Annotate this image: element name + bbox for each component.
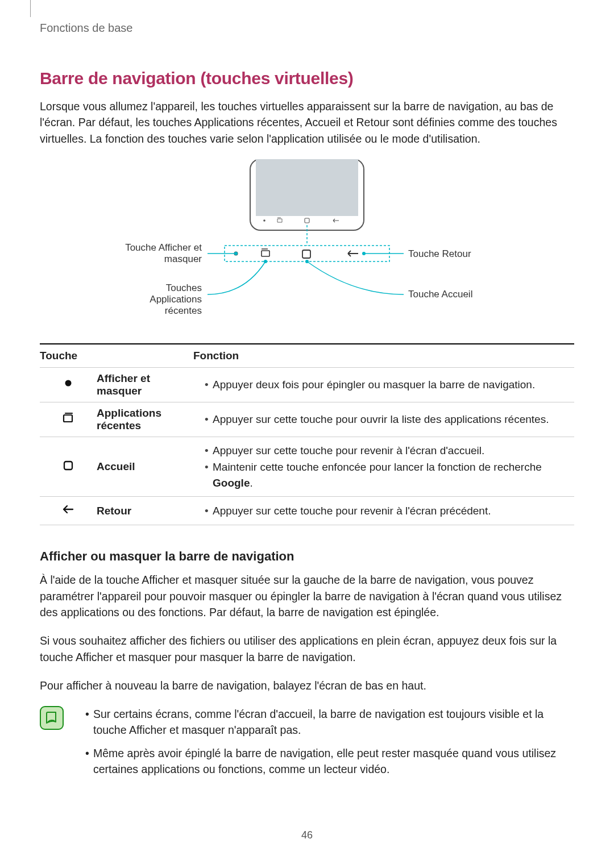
svg-text:Touche Afficher et: Touche Afficher et: [125, 242, 202, 253]
page-title: Barre de navigation (touches virtuelles): [40, 69, 574, 88]
key-func: Appuyer sur cette touche pour ouvrir la …: [205, 412, 574, 427]
svg-text:Touche Retour: Touche Retour: [408, 248, 471, 259]
svg-point-19: [65, 380, 72, 387]
showhide-icon: [61, 376, 75, 390]
svg-text:masquer: masquer: [164, 254, 202, 264]
table-row: Accueil Appuyer sur cette touche pour re…: [40, 437, 574, 497]
svg-text:Touches: Touches: [166, 283, 202, 293]
recent-apps-icon: [60, 410, 76, 426]
key-func: Maintenir cette touche enfoncée pour lan…: [205, 459, 574, 491]
body-paragraph: Pour afficher à nouveau la barre de navi…: [40, 678, 574, 693]
svg-text:Applications: Applications: [150, 294, 202, 305]
keys-table: Touche Fonction Afficher et masquer Appu…: [40, 343, 574, 526]
table-row: Afficher et masquer Appuyer deux fois po…: [40, 368, 574, 402]
home-key-icon: [60, 458, 76, 474]
key-name: Applications récentes: [97, 407, 193, 432]
table-row: Retour Appuyer sur cette touche pour rev…: [40, 497, 574, 525]
note-item: Même après avoir épinglé la barre de nav…: [85, 745, 574, 778]
body-paragraph: Si vous souhaitez afficher des fichiers …: [40, 633, 574, 665]
key-func: Appuyer sur cette touche pour revenir à …: [205, 443, 574, 459]
navbar-diagram: Touche Afficher et masquer Touches Appli…: [40, 159, 574, 330]
body-paragraph: À l'aide de la touche Afficher et masque…: [40, 572, 574, 620]
svg-text:Touche Accueil: Touche Accueil: [408, 289, 472, 300]
key-func: Appuyer sur cette touche pour revenir à …: [205, 503, 574, 519]
svg-rect-1: [256, 159, 358, 216]
note-item: Sur certains écrans, comme l'écran d'acc…: [85, 706, 574, 738]
back-key-icon: [60, 501, 76, 517]
key-name: Afficher et masquer: [97, 372, 193, 397]
svg-point-3: [263, 219, 265, 222]
table-row: Applications récentes Appuyer sur cette …: [40, 402, 574, 437]
svg-rect-2: [256, 216, 358, 225]
home-icon: [302, 250, 310, 258]
key-func: Appuyer deux fois pour épingler ou masqu…: [205, 377, 574, 393]
page-number: 46: [40, 829, 574, 841]
svg-rect-20: [64, 415, 72, 422]
subheading: Afficher ou masquer la barre de navigati…: [40, 549, 574, 564]
note-icon: [40, 706, 64, 730]
svg-rect-21: [64, 462, 72, 470]
recent-icon: [262, 249, 269, 256]
breadcrumb: Fonctions de base: [40, 22, 574, 35]
note-block: Sur certains écrans, comme l'écran d'acc…: [40, 706, 574, 784]
svg-text:récentes: récentes: [165, 305, 202, 316]
intro-paragraph: Lorsque vous allumez l'appareil, les tou…: [40, 98, 574, 147]
col-header-func: Fonction: [193, 350, 574, 362]
key-name: Retour: [97, 505, 193, 517]
back-icon: [348, 251, 358, 256]
key-name: Accueil: [97, 460, 193, 473]
col-header-touch: Touche: [40, 350, 193, 362]
